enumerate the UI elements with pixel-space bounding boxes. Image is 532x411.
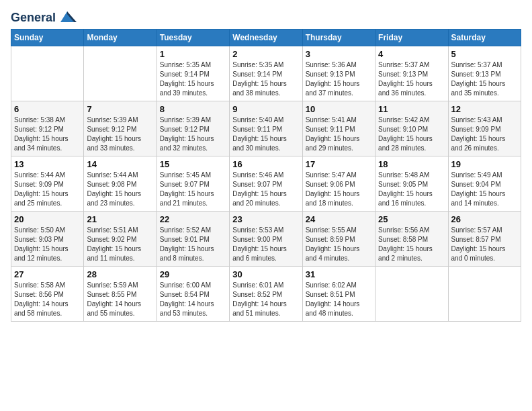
day-info: Sunrise: 5:58 AM Sunset: 8:56 PM Dayligh… <box>14 281 81 318</box>
day-info: Sunrise: 5:48 AM Sunset: 9:05 PM Dayligh… <box>378 171 445 208</box>
day-info: Sunrise: 5:59 AM Sunset: 8:55 PM Dayligh… <box>87 281 153 318</box>
calendar-cell: 13Sunrise: 5:44 AM Sunset: 9:09 PM Dayli… <box>11 156 84 212</box>
day-number: 18 <box>378 159 445 169</box>
day-number: 10 <box>306 104 372 114</box>
calendar-cell: 1Sunrise: 5:35 AM Sunset: 9:14 PM Daylig… <box>157 46 229 101</box>
calendar-cell: 17Sunrise: 5:47 AM Sunset: 9:06 PM Dayli… <box>302 156 375 212</box>
calendar-cell: 2Sunrise: 5:35 AM Sunset: 9:14 PM Daylig… <box>230 46 302 101</box>
weekday-header: Sunday <box>11 30 84 46</box>
calendar-cell: 26Sunrise: 5:57 AM Sunset: 8:57 PM Dayli… <box>448 212 521 267</box>
day-number: 28 <box>87 269 153 279</box>
day-info: Sunrise: 5:37 AM Sunset: 9:13 PM Dayligh… <box>451 60 518 98</box>
day-number: 5 <box>451 49 518 59</box>
calendar: SundayMondayTuesdayWednesdayThursdayFrid… <box>11 29 521 322</box>
day-number: 20 <box>14 214 81 224</box>
day-number: 4 <box>378 49 445 59</box>
weekday-header: Friday <box>375 30 448 46</box>
day-number: 1 <box>160 49 226 59</box>
day-info: Sunrise: 5:49 AM Sunset: 9:04 PM Dayligh… <box>451 171 518 208</box>
calendar-cell: 24Sunrise: 5:55 AM Sunset: 8:59 PM Dayli… <box>302 212 375 267</box>
logo-general: General <box>11 11 56 25</box>
calendar-cell: 5Sunrise: 5:37 AM Sunset: 9:13 PM Daylig… <box>448 46 521 101</box>
day-number: 21 <box>87 214 153 224</box>
calendar-cell: 20Sunrise: 5:50 AM Sunset: 9:03 PM Dayli… <box>11 212 84 267</box>
weekday-header: Tuesday <box>157 30 229 46</box>
calendar-cell: 10Sunrise: 5:41 AM Sunset: 9:11 PM Dayli… <box>302 101 375 156</box>
calendar-cell: 9Sunrise: 5:40 AM Sunset: 9:11 PM Daylig… <box>230 101 302 156</box>
day-info: Sunrise: 5:53 AM Sunset: 9:00 PM Dayligh… <box>232 226 299 263</box>
day-number: 19 <box>451 159 518 169</box>
day-number: 24 <box>306 214 372 224</box>
day-number: 16 <box>232 159 299 169</box>
day-number: 17 <box>306 159 372 169</box>
calendar-cell: 30Sunrise: 6:01 AM Sunset: 8:52 PM Dayli… <box>230 267 302 322</box>
day-info: Sunrise: 5:56 AM Sunset: 8:58 PM Dayligh… <box>378 226 445 263</box>
calendar-cell: 12Sunrise: 5:43 AM Sunset: 9:09 PM Dayli… <box>448 101 521 156</box>
weekday-header: Monday <box>84 30 157 46</box>
day-number: 31 <box>306 269 372 279</box>
day-number: 23 <box>232 214 299 224</box>
calendar-cell <box>11 46 84 101</box>
calendar-cell: 15Sunrise: 5:45 AM Sunset: 9:07 PM Dayli… <box>157 156 229 212</box>
day-info: Sunrise: 6:02 AM Sunset: 8:51 PM Dayligh… <box>306 281 372 318</box>
day-info: Sunrise: 5:52 AM Sunset: 9:01 PM Dayligh… <box>160 226 226 263</box>
calendar-cell: 18Sunrise: 5:48 AM Sunset: 9:05 PM Dayli… <box>375 156 448 212</box>
day-info: Sunrise: 6:01 AM Sunset: 8:52 PM Dayligh… <box>232 281 299 318</box>
page-header: General <box>11 11 521 22</box>
calendar-cell: 6Sunrise: 5:38 AM Sunset: 9:12 PM Daylig… <box>11 101 84 156</box>
calendar-cell: 8Sunrise: 5:39 AM Sunset: 9:12 PM Daylig… <box>157 101 229 156</box>
day-info: Sunrise: 5:57 AM Sunset: 8:57 PM Dayligh… <box>451 226 518 263</box>
day-info: Sunrise: 5:36 AM Sunset: 9:13 PM Dayligh… <box>306 60 372 98</box>
day-number: 2 <box>232 49 299 59</box>
day-number: 7 <box>87 104 153 114</box>
calendar-cell: 25Sunrise: 5:56 AM Sunset: 8:58 PM Dayli… <box>375 212 448 267</box>
day-info: Sunrise: 5:35 AM Sunset: 9:14 PM Dayligh… <box>232 60 299 98</box>
calendar-cell: 16Sunrise: 5:46 AM Sunset: 9:07 PM Dayli… <box>230 156 302 212</box>
day-number: 25 <box>378 214 445 224</box>
day-info: Sunrise: 5:42 AM Sunset: 9:10 PM Dayligh… <box>378 116 445 153</box>
weekday-header: Thursday <box>302 30 375 46</box>
day-info: Sunrise: 5:45 AM Sunset: 9:07 PM Dayligh… <box>160 171 226 208</box>
calendar-cell: 27Sunrise: 5:58 AM Sunset: 8:56 PM Dayli… <box>11 267 84 322</box>
calendar-cell: 22Sunrise: 5:52 AM Sunset: 9:01 PM Dayli… <box>157 212 229 267</box>
day-info: Sunrise: 5:55 AM Sunset: 8:59 PM Dayligh… <box>306 226 372 263</box>
day-info: Sunrise: 5:43 AM Sunset: 9:09 PM Dayligh… <box>451 116 518 153</box>
day-info: Sunrise: 5:46 AM Sunset: 9:07 PM Dayligh… <box>232 171 299 208</box>
calendar-cell <box>375 267 448 322</box>
calendar-cell: 21Sunrise: 5:51 AM Sunset: 9:02 PM Dayli… <box>84 212 157 267</box>
calendar-cell: 19Sunrise: 5:49 AM Sunset: 9:04 PM Dayli… <box>448 156 521 212</box>
day-number: 22 <box>160 214 226 224</box>
day-info: Sunrise: 5:39 AM Sunset: 9:12 PM Dayligh… <box>87 116 153 153</box>
calendar-cell: 7Sunrise: 5:39 AM Sunset: 9:12 PM Daylig… <box>84 101 157 156</box>
day-info: Sunrise: 5:37 AM Sunset: 9:13 PM Dayligh… <box>378 60 445 98</box>
day-info: Sunrise: 5:50 AM Sunset: 9:03 PM Dayligh… <box>14 226 81 263</box>
day-number: 26 <box>451 214 518 224</box>
day-info: Sunrise: 5:38 AM Sunset: 9:12 PM Dayligh… <box>14 116 81 153</box>
day-info: Sunrise: 5:35 AM Sunset: 9:14 PM Dayligh… <box>160 60 226 98</box>
day-number: 8 <box>160 104 226 114</box>
day-number: 12 <box>451 104 518 114</box>
calendar-cell: 14Sunrise: 5:44 AM Sunset: 9:08 PM Dayli… <box>84 156 157 212</box>
day-info: Sunrise: 5:39 AM Sunset: 9:12 PM Dayligh… <box>160 116 226 153</box>
day-number: 13 <box>14 159 81 169</box>
day-number: 15 <box>160 159 226 169</box>
day-number: 29 <box>160 269 226 279</box>
day-number: 27 <box>14 269 81 279</box>
calendar-cell: 28Sunrise: 5:59 AM Sunset: 8:55 PM Dayli… <box>84 267 157 322</box>
day-number: 3 <box>306 49 372 59</box>
day-info: Sunrise: 5:40 AM Sunset: 9:11 PM Dayligh… <box>232 116 299 153</box>
day-info: Sunrise: 6:00 AM Sunset: 8:54 PM Dayligh… <box>160 281 226 318</box>
weekday-header: Saturday <box>448 30 521 46</box>
weekday-header: Wednesday <box>230 30 302 46</box>
day-info: Sunrise: 5:41 AM Sunset: 9:11 PM Dayligh… <box>306 116 372 153</box>
calendar-cell: 11Sunrise: 5:42 AM Sunset: 9:10 PM Dayli… <box>375 101 448 156</box>
calendar-cell: 23Sunrise: 5:53 AM Sunset: 9:00 PM Dayli… <box>230 212 302 267</box>
day-info: Sunrise: 5:51 AM Sunset: 9:02 PM Dayligh… <box>87 226 153 263</box>
calendar-cell: 3Sunrise: 5:36 AM Sunset: 9:13 PM Daylig… <box>302 46 375 101</box>
day-number: 11 <box>378 104 445 114</box>
calendar-cell: 31Sunrise: 6:02 AM Sunset: 8:51 PM Dayli… <box>302 267 375 322</box>
calendar-cell <box>448 267 521 322</box>
calendar-cell: 4Sunrise: 5:37 AM Sunset: 9:13 PM Daylig… <box>375 46 448 101</box>
logo-icon <box>58 10 77 24</box>
calendar-cell: 29Sunrise: 6:00 AM Sunset: 8:54 PM Dayli… <box>157 267 229 322</box>
